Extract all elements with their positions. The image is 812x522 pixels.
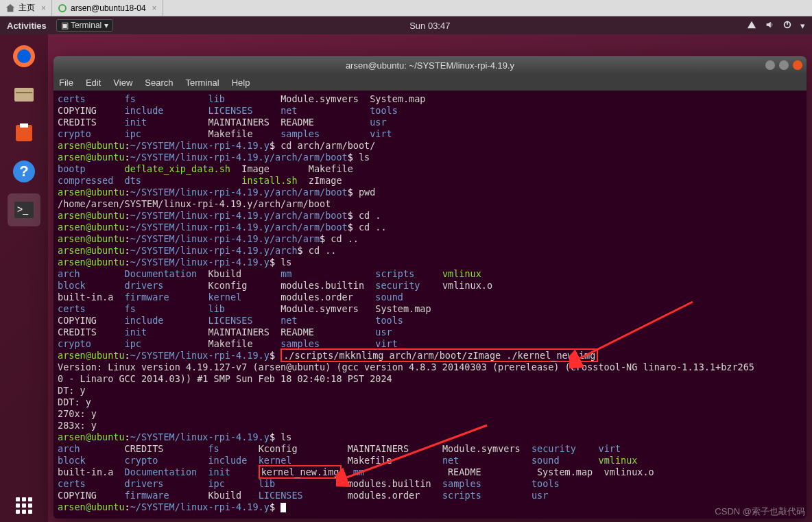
- highlight-command: ./scripts/mkknlimg arch/arm/boot/zImage …: [280, 348, 598, 362]
- window-minimize[interactable]: [765, 60, 775, 70]
- dock: ? >_: [0, 34, 48, 522]
- menu-file[interactable]: File: [59, 78, 73, 88]
- app-menu[interactable]: ▣ Terminal ▾: [56, 19, 113, 32]
- gnome-topbar: Activities ▣ Terminal ▾ Sun 03:47 ▾: [0, 16, 812, 34]
- svg-rect-8: [20, 123, 28, 128]
- window-maximize[interactable]: [779, 60, 789, 70]
- svg-text:?: ?: [19, 163, 28, 180]
- watermark: CSDN @索子也敲代码: [715, 506, 805, 518]
- home-icon: [5, 3, 15, 13]
- svg-rect-6: [16, 92, 32, 93]
- activities-button[interactable]: Activities: [7, 21, 47, 31]
- svg-point-4: [17, 49, 31, 63]
- svg-point-0: [59, 5, 66, 12]
- tab-ubuntu[interactable]: arsen@ubuntu18-04 ×: [52, 0, 163, 16]
- tab-home-label: 主页: [19, 2, 35, 14]
- power-icon[interactable]: [783, 20, 792, 32]
- terminal-output[interactable]: certs fs lib Module.symvers System.map C…: [53, 91, 807, 519]
- highlight-file: kernel_new.img: [259, 465, 342, 479]
- terminal-menubar: File Edit View Search Terminal Help: [53, 74, 807, 91]
- menu-terminal[interactable]: Terminal: [186, 78, 219, 88]
- menu-search[interactable]: Search: [145, 78, 173, 88]
- window-title: arsen@ubuntu: ~/SYSTEM/linux-rpi-4.19.y: [346, 60, 514, 71]
- browser-tabs: 主页 × arsen@ubuntu18-04 ×: [0, 0, 812, 16]
- dock-software[interactable]: [8, 117, 40, 150]
- tab-ubuntu-label: arsen@ubuntu18-04: [71, 3, 146, 13]
- refresh-icon: [58, 3, 67, 13]
- chevron-down-icon[interactable]: ▾: [800, 21, 805, 31]
- clock[interactable]: Sun 03:47: [409, 21, 450, 31]
- dock-firefox[interactable]: [8, 40, 40, 73]
- app-menu-label: Terminal: [71, 21, 102, 30]
- dock-help[interactable]: ?: [8, 155, 40, 188]
- svg-text:>_: >_: [17, 204, 28, 215]
- cursor: [280, 503, 286, 512]
- dock-terminal[interactable]: >_: [8, 193, 40, 226]
- menu-help[interactable]: Help: [232, 78, 250, 88]
- close-icon[interactable]: ×: [41, 3, 46, 13]
- menu-view[interactable]: View: [113, 78, 132, 88]
- close-icon[interactable]: ×: [152, 3, 157, 13]
- system-tray[interactable]: ▾: [747, 20, 805, 32]
- terminal-window: arsen@ubuntu: ~/SYSTEM/linux-rpi-4.19.y …: [53, 56, 807, 519]
- menu-edit[interactable]: Edit: [86, 78, 101, 88]
- volume-icon[interactable]: [765, 20, 774, 32]
- terminal-titlebar[interactable]: arsen@ubuntu: ~/SYSTEM/linux-rpi-4.19.y: [53, 56, 807, 74]
- network-icon[interactable]: [747, 20, 756, 32]
- svg-rect-5: [14, 88, 34, 102]
- show-apps[interactable]: [16, 497, 32, 514]
- window-close[interactable]: [793, 60, 802, 70]
- tab-home[interactable]: 主页 ×: [0, 0, 52, 16]
- dock-files[interactable]: [8, 78, 40, 111]
